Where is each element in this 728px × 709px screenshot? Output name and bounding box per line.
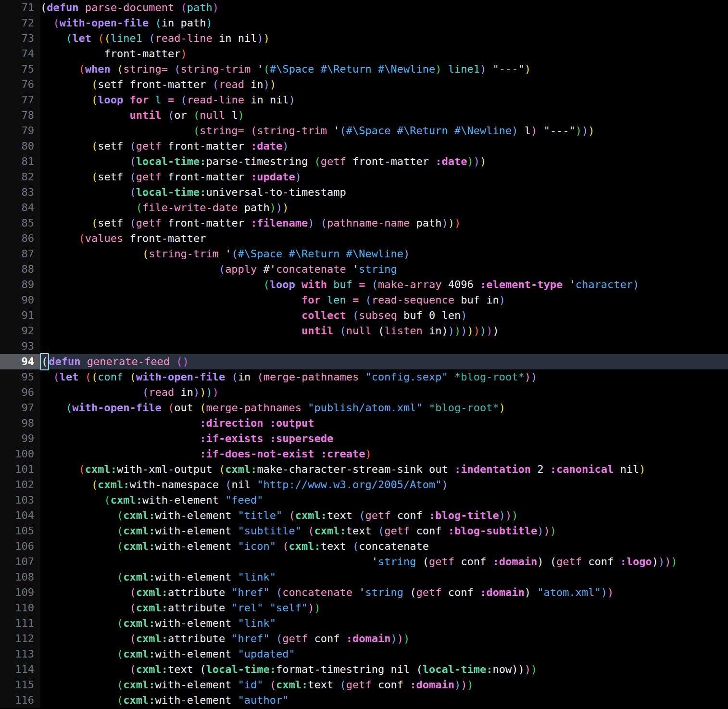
code-text: (let ((line1 (read-line in nil))	[40, 31, 728, 46]
code-line[interactable]: 112 (cxml:attribute "href" (getf conf :d…	[0, 631, 728, 646]
code-line[interactable]: 87 (string-trim '(#\Space #\Return #\New…	[0, 246, 728, 262]
code-line[interactable]: 76 (setf front-matter (read in))	[0, 77, 728, 92]
code-line[interactable]: 102 (cxml:with-namespace (nil "http://ww…	[0, 477, 728, 493]
line-number: 113	[0, 646, 40, 662]
line-number: 81	[0, 154, 40, 169]
line-number: 85	[0, 215, 40, 231]
code-line[interactable]: 83 (local-time:universal-to-timestamp	[0, 185, 728, 200]
code-text: (loop with buf = (make-array 4096 :eleme…	[40, 277, 728, 292]
code-line[interactable]: 114 (cxml:text (local-time:format-timest…	[0, 662, 728, 677]
text-cursor: (	[40, 353, 49, 370]
code-text: :if-does-not-exist :create)	[40, 446, 728, 462]
code-line[interactable]: 81 (local-time:parse-timestring (getf fr…	[0, 154, 728, 169]
code-text: (string-trim '(#\Space #\Return #\Newlin…	[40, 246, 728, 262]
code-line[interactable]: 100 :if-does-not-exist :create)	[0, 446, 728, 462]
code-line[interactable]: 97 (with-open-file (out (merge-pathnames…	[0, 400, 728, 416]
code-text: (with-open-file (out (merge-pathnames "p…	[40, 400, 728, 416]
line-number: 109	[0, 585, 40, 600]
line-number: 115	[0, 677, 40, 693]
code-line[interactable]: 110 (cxml:attribute "rel" "self"))	[0, 600, 728, 616]
line-number: 102	[0, 477, 40, 493]
code-line[interactable]: 90 for len = (read-sequence buf in)	[0, 292, 728, 308]
code-line[interactable]: 92 until (null (listen in)))))))))	[0, 323, 728, 339]
code-line[interactable]: 78 until (or (null l)	[0, 108, 728, 123]
code-line[interactable]: 108 (cxml:with-element "link"	[0, 570, 728, 585]
line-number: 74	[0, 46, 40, 62]
code-line[interactable]: 115 (cxml:with-element "id" (cxml:text (…	[0, 677, 728, 693]
code-line[interactable]: 106 (cxml:with-element "icon" (cxml:text…	[0, 539, 728, 554]
code-line[interactable]: 111 (cxml:with-element "link"	[0, 616, 728, 631]
line-number: 91	[0, 308, 40, 323]
code-line[interactable]: 89 (loop with buf = (make-array 4096 :el…	[0, 277, 728, 292]
code-line[interactable]: 74 front-matter)	[0, 46, 728, 62]
line-number: 99	[0, 431, 40, 446]
line-number: 100	[0, 446, 40, 462]
code-text: (cxml:with-element "updated"	[40, 646, 728, 662]
code-text: (cxml:text (local-time:format-timestring…	[40, 662, 728, 677]
line-number: 80	[0, 139, 40, 154]
code-line[interactable]: 73 (let ((line1 (read-line in nil))	[0, 31, 728, 46]
line-number: 82	[0, 169, 40, 185]
code-text: :if-exists :supersede	[40, 431, 728, 446]
code-line-current[interactable]: 94(defun generate-feed ()	[0, 354, 728, 369]
line-number: 84	[0, 200, 40, 215]
code-text: (values front-matter	[40, 231, 728, 246]
line-number: 101	[0, 462, 40, 477]
code-text: (local-time:universal-to-timestamp	[40, 185, 728, 200]
code-line[interactable]: 105 (cxml:with-element "subtitle" (cxml:…	[0, 523, 728, 539]
line-number: 116	[0, 693, 40, 708]
code-line[interactable]: 101 (cxml:with-xml-output (cxml:make-cha…	[0, 462, 728, 477]
code-text: until (null (listen in)))))))))	[40, 323, 728, 339]
code-line[interactable]: 93	[0, 339, 728, 354]
code-line[interactable]: 77 (loop for l = (read-line in nil)	[0, 92, 728, 108]
code-text: (cxml:attribute "rel" "self"))	[40, 600, 728, 616]
code-editor: 71(defun parse-document (path)72 (with-o…	[0, 0, 728, 709]
code-line[interactable]: 88 (apply #'concatenate 'string	[0, 262, 728, 277]
code-text: (cxml:with-element "id" (cxml:text (getf…	[40, 677, 728, 693]
code-line[interactable]: 96 (read in))))	[0, 385, 728, 400]
line-number: 79	[0, 123, 40, 139]
code-text: (setf (getf front-matter :update)	[40, 169, 728, 185]
code-line[interactable]: 104 (cxml:with-element "title" (cxml:tex…	[0, 508, 728, 523]
code-line[interactable]: 82 (setf (getf front-matter :update)	[0, 169, 728, 185]
code-text	[40, 339, 728, 354]
code-line[interactable]: 72 (with-open-file (in path)	[0, 15, 728, 31]
code-text: (cxml:with-element "link"	[40, 570, 728, 585]
code-line[interactable]: 86 (values front-matter	[0, 231, 728, 246]
code-line[interactable]: 116 (cxml:with-element "author"	[0, 693, 728, 708]
code-text: :direction :output	[40, 416, 728, 431]
line-number: 112	[0, 631, 40, 646]
code-text: (cxml:with-element "title" (cxml:text (g…	[40, 508, 728, 523]
code-line[interactable]: 113 (cxml:with-element "updated"	[0, 646, 728, 662]
code-text: (loop for l = (read-line in nil)	[40, 92, 728, 108]
code-line[interactable]: 98 :direction :output	[0, 416, 728, 431]
line-number: 103	[0, 493, 40, 508]
line-number: 96	[0, 385, 40, 400]
code-text: (cxml:with-element "author"	[40, 693, 728, 708]
line-number: 73	[0, 31, 40, 46]
code-line[interactable]: 109 (cxml:attribute "href" (concatenate …	[0, 585, 728, 600]
code-line[interactable]: 75 (when (string= (string-trim '(#\Space…	[0, 62, 728, 77]
code-text: 'string (getf conf :domain) (getf conf :…	[40, 554, 728, 570]
code-line[interactable]: 84 (file-write-date path)))	[0, 200, 728, 215]
code-text: for len = (read-sequence buf in)	[40, 292, 728, 308]
line-number: 78	[0, 108, 40, 123]
line-number: 87	[0, 246, 40, 262]
code-line[interactable]: 91 collect (subseq buf 0 len)	[0, 308, 728, 323]
line-number: 108	[0, 570, 40, 585]
line-number: 88	[0, 262, 40, 277]
line-number: 97	[0, 400, 40, 416]
code-text: (let ((conf (with-open-file (in (merge-p…	[40, 369, 728, 385]
code-line[interactable]: 107 'string (getf conf :domain) (getf co…	[0, 554, 728, 570]
code-line[interactable]: 71(defun parse-document (path)	[0, 0, 728, 15]
code-line[interactable]: 79 (string= (string-trim '(#\Space #\Ret…	[0, 123, 728, 139]
code-line[interactable]: 85 (setf (getf front-matter :filename) (…	[0, 215, 728, 231]
line-number: 89	[0, 277, 40, 292]
code-line[interactable]: 80 (setf (getf front-matter :date)	[0, 139, 728, 154]
line-number: 90	[0, 292, 40, 308]
line-number: 106	[0, 539, 40, 554]
code-text: (with-open-file (in path)	[40, 15, 728, 31]
code-line[interactable]: 95 (let ((conf (with-open-file (in (merg…	[0, 369, 728, 385]
code-line[interactable]: 99 :if-exists :supersede	[0, 431, 728, 446]
code-line[interactable]: 103 (cxml:with-element "feed"	[0, 493, 728, 508]
